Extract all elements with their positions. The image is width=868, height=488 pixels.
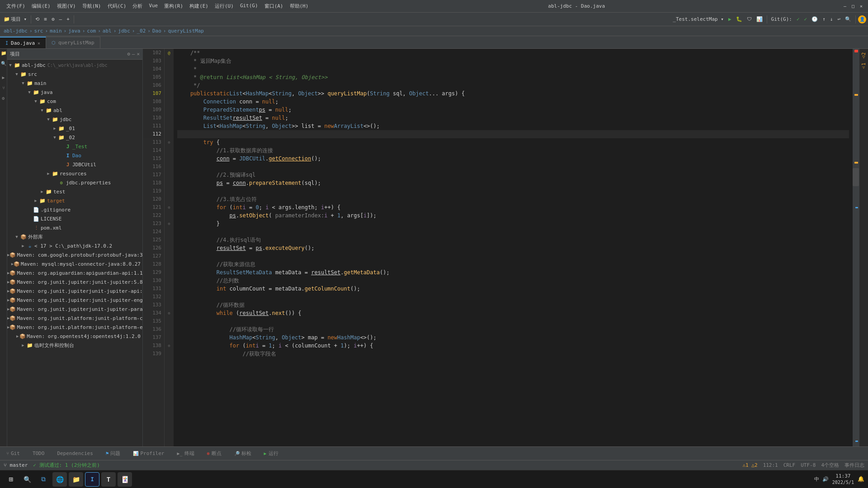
status-crlf[interactable]: CRLF [783,462,796,468]
breadcrumb-dao[interactable]: Dao [152,28,161,34]
menu-run[interactable]: 运行(U) [212,2,236,10]
bottom-tab-inspect[interactable]: 🔎 标检 [231,449,254,458]
bottom-tab-dependencies[interactable]: Dependencies [54,450,95,457]
menu-view[interactable]: 视图(V) [54,2,79,10]
activity-project[interactable]: 📁 [1,51,6,56]
tree-item-abl-jdbc[interactable]: ▼ 📁 abl-jdbc C:\_work\java\abl-jdbc [7,61,142,70]
breadcrumb-java[interactable]: java [68,28,80,34]
tree-item-gitignore[interactable]: 📄 .gitignore [7,205,142,214]
bottom-tab-profiler[interactable]: 📊 Profiler [130,450,167,457]
another-app[interactable]: 🃏 [118,472,132,487]
bottom-tab-run[interactable]: ▶ 运行 [261,449,281,458]
status-encoding[interactable]: UTF-8 [801,462,816,468]
activity-tools[interactable]: ⚙ [2,96,5,101]
profile-button[interactable]: 📊 [755,15,764,23]
toolbar-project-icon[interactable]: 📁 项目 ▾ [2,15,28,23]
bottom-tab-todo[interactable]: TODO [30,450,47,457]
tree-item-resources[interactable]: ▶ 📁 resources [7,169,142,178]
tree-item-test[interactable]: J _Test [7,142,142,151]
breadcrumb-method[interactable]: queryListMap [168,28,203,34]
explorer-button[interactable]: 📁 [69,472,83,487]
tree-item-java[interactable]: ▼ 📁 java [7,88,142,97]
bottom-tab-terminal[interactable]: ▶_ 终端 [174,449,197,458]
scrollbar-thumb[interactable] [853,168,859,186]
coverage-button[interactable]: 🛡 [745,15,754,23]
menu-refactor[interactable]: 重构(R) [161,2,186,10]
menu-build[interactable]: 构建(E) [187,2,211,10]
close-button[interactable]: ✕ [858,3,864,9]
tree-item-jdbcutil[interactable]: J JDBCUtil [7,160,142,169]
bottom-tab-issues[interactable]: ⚑ 问题 [103,449,123,458]
code-content[interactable]: /** * 返回Map集合 * * @return List<HashMap <… [174,49,853,446]
undo-button[interactable]: ↩ [835,15,842,23]
toolbar-project-label[interactable]: 项目 ▾ [11,16,27,23]
tree-item-maven-apiguardian[interactable]: ▶ 📦 Maven: org.apiguardian:apiguardian-a… [7,268,142,277]
maximize-button[interactable]: □ [850,3,856,9]
breadcrumb-com[interactable]: com [87,28,96,34]
menu-window[interactable]: 窗口(A) [262,2,286,10]
editor-area[interactable]: 102 103 104 105 106 107 108 109 110 111 … [143,49,859,446]
tree-item-01[interactable]: ▶ 📁 _01 [7,124,142,133]
tree-item-temp[interactable]: ▶ 📁 临时文件和控制台 [7,341,142,350]
menu-vue[interactable]: Vue [146,2,160,10]
tree-item-external-libs[interactable]: ▼ 📦 外部库 [7,232,142,241]
tree-item-02[interactable]: ▼ 📁 _02 [7,133,142,142]
tree-item-jdbc-props[interactable]: ⚙ jdbc.properties [7,178,142,187]
menu-edit[interactable]: 编辑(E) [29,2,53,10]
toolbar-expand-btn[interactable]: + [65,15,71,23]
tree-item-dao[interactable]: I Dao [7,151,142,160]
sidebar-close-icon[interactable]: ✕ [137,51,140,57]
sidebar-collapse-icon[interactable]: — [132,51,135,57]
status-warnings[interactable]: ⚠1 △2 [743,462,758,468]
git-push-button[interactable]: ↑ [821,15,827,23]
tree-item-jdbc[interactable]: ▼ 📁 jdbc [7,115,142,124]
tree-item-src[interactable]: ▼ 📁 src [7,70,142,79]
find-button[interactable]: 🔍 [843,15,853,23]
breadcrumb-abl-jdbc[interactable]: abl-jdbc [4,28,28,34]
breadcrumb-main[interactable]: main [50,28,62,34]
tree-item-maven-junit-jupiter[interactable]: ▶ 📦 Maven: org.junit.jupiter:junit-jupit… [7,277,142,286]
activity-git[interactable]: ⑂ [2,85,5,90]
tab-querylistmap[interactable]: ⬡ queryListMap [46,37,100,48]
toolbar-sync-btn[interactable]: ⟲ [33,15,41,23]
menu-git[interactable]: Git(G) [237,2,261,10]
edge-browser[interactable]: 🌐 [52,472,67,487]
toolbar-collapse-btn[interactable]: — [57,15,64,23]
menu-help[interactable]: 帮助(H) [287,2,311,10]
activity-search[interactable]: 🔍 [1,61,6,66]
git-history-button[interactable]: 🕐 [810,15,820,23]
menu-code[interactable]: 代码(C) [105,2,129,10]
git-check-button[interactable]: ✓ [795,15,802,23]
tree-item-license[interactable]: 📄 LICENSE [7,214,142,223]
git-button[interactable]: Git(G): [769,15,794,23]
activity-run[interactable]: ▶ [2,75,5,80]
minimize-button[interactable]: — [842,3,848,9]
tree-item-maven-junit-engine[interactable]: ▶ 📦 Maven: org.junit.jupiter:junit-jupit… [7,296,142,305]
menu-analyze[interactable]: 分析 [130,2,145,10]
tree-item-maven-opentest[interactable]: ▶ 📦 Maven: org.opentest4j:opentest4j:1.2… [7,332,142,341]
bottom-tab-breakpoints[interactable]: ⊗ 断点 [204,449,224,458]
tree-item-maven-junit-params[interactable]: ▶ 📦 Maven: org.junit.jupiterjunit-jupite… [7,305,142,314]
tree-item-maven-mysql[interactable]: ▶ 📦 Maven: mysql:mysql-connector-java:8.… [7,259,142,268]
editor-scroll[interactable]: 102 103 104 105 106 107 108 109 110 111 … [143,49,859,446]
tree-item-abl[interactable]: ▼ 📁 abl [7,106,142,115]
breadcrumb-abl[interactable]: abl [103,28,112,34]
user-avatar[interactable]: 👤 [858,15,866,23]
tree-item-maven-platform-commons[interactable]: ▶ 📦 Maven: org.junit.platform:junit-plat… [7,314,142,323]
status-events[interactable]: 事件日志 [844,462,864,469]
start-button[interactable]: ⊞ [4,472,18,487]
git-pull-button[interactable]: ↓ [828,15,835,23]
breadcrumb-jdbc[interactable]: jdbc [118,28,130,34]
menu-file[interactable]: 文件(F) [4,2,28,10]
debug-button[interactable]: 🐛 [734,15,744,23]
tree-item-maven-junit-api[interactable]: ▶ 📦 Maven: org.junit.jupiterjunit-jupite… [7,286,142,296]
intellij-button[interactable]: I [85,472,99,487]
notification-button[interactable]: 🔔 [858,476,864,482]
tree-item-target[interactable]: ▶ 📁 target [7,196,142,205]
tree-item-main[interactable]: ▼ 📁 main [7,79,142,88]
run-button[interactable]: ▶ [726,15,733,23]
menu-navigate[interactable]: 导航(N) [80,2,104,10]
tree-item-jdk[interactable]: ▶ ☕ < 17 > C:\_path\jdk-17.0.2 [7,241,142,250]
toolbar-settings-btn[interactable]: ⚙ [50,15,57,23]
status-spaces[interactable]: 4个空格 [821,462,839,469]
